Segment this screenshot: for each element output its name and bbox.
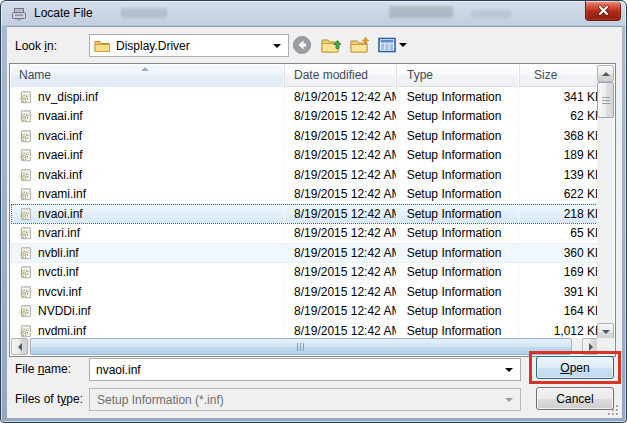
file-row[interactable]: NVDDi.inf 8/19/2015 12:42 AM Setup Infor… <box>11 302 610 322</box>
file-date: 8/19/2015 12:42 AM <box>285 108 397 126</box>
inf-file-icon <box>19 324 33 338</box>
file-type: Setup Information <box>397 127 520 145</box>
file-name-text: nvari.inf <box>38 226 80 240</box>
file-size: 1,012 KB <box>519 322 609 340</box>
back-icon <box>292 35 312 55</box>
window-title: Locate File <box>34 6 93 20</box>
file-name-text: nvcvi.inf <box>38 285 81 299</box>
file-name-text: nvaai.inf <box>38 109 83 123</box>
file-row[interactable]: nvaai.inf 8/19/2015 12:42 AM Setup Infor… <box>11 107 610 127</box>
file-type: Setup Information <box>397 244 520 262</box>
column-header-type[interactable]: Type <box>397 65 520 87</box>
file-date: 8/19/2015 12:42 AM <box>285 322 397 340</box>
scroll-up-button[interactable] <box>597 65 614 82</box>
up-folder-icon <box>321 36 341 54</box>
file-date: 8/19/2015 12:42 AM <box>285 127 397 145</box>
files-of-type-dropdown: Setup Information (*.inf) <box>89 388 521 411</box>
file-row[interactable]: nvaei.inf 8/19/2015 12:42 AM Setup Infor… <box>11 146 610 166</box>
chevron-down-icon <box>505 398 513 402</box>
scroll-left-button[interactable] <box>11 338 28 355</box>
file-type: Setup Information <box>397 186 520 204</box>
list-header: Name Date modified Type Size <box>11 65 610 87</box>
file-type: Setup Information <box>397 205 520 223</box>
file-size: 622 KB <box>519 186 609 204</box>
file-row[interactable]: nvcti.inf 8/19/2015 12:42 AM Setup Infor… <box>11 263 610 283</box>
thumb-grip-icon <box>297 343 305 351</box>
new-folder-button[interactable] <box>349 34 371 56</box>
dialog-window: Locate File Look in: Display.Dri <box>0 0 627 423</box>
file-date: 8/19/2015 12:42 AM <box>285 186 397 204</box>
sort-ascending-icon <box>141 67 149 71</box>
close-icon <box>596 4 611 18</box>
horizontal-scroll-thumb[interactable] <box>30 338 572 355</box>
inf-file-icon <box>19 148 33 162</box>
look-in-dropdown[interactable]: Display.Driver <box>89 34 289 57</box>
up-one-level-button[interactable] <box>320 34 342 56</box>
file-size: 391 KB <box>519 283 609 301</box>
file-row[interactable]: nvcvi.inf 8/19/2015 12:42 AM Setup Infor… <box>11 282 610 302</box>
arrow-right-icon <box>589 343 593 351</box>
file-row[interactable]: nvaoi.inf 8/19/2015 12:42 AM Setup Infor… <box>11 204 610 224</box>
inf-file-icon <box>19 90 33 104</box>
horizontal-scrollbar[interactable] <box>11 338 599 355</box>
file-size: 164 KB <box>519 303 609 321</box>
look-in-value: Display.Driver <box>116 39 273 53</box>
back-button[interactable] <box>291 34 313 56</box>
new-folder-icon <box>350 36 370 54</box>
inf-file-icon <box>19 187 33 201</box>
dialog-icon <box>11 6 27 22</box>
file-name-text: nvbli.inf <box>38 246 79 260</box>
file-size: 189 KB <box>519 147 609 165</box>
file-name-text: nvaci.inf <box>38 129 82 143</box>
annotation-open-highlight <box>529 351 621 384</box>
title-bar[interactable]: Locate File <box>1 1 626 26</box>
file-type: Setup Information <box>397 166 520 184</box>
file-name-text: NVDDi.inf <box>38 304 91 318</box>
chevron-down-icon <box>399 43 407 47</box>
glass-reflection <box>389 6 453 18</box>
resize-grip[interactable] <box>606 403 618 415</box>
file-name-combobox[interactable] <box>89 358 521 381</box>
file-type: Setup Information <box>397 283 520 301</box>
file-type: Setup Information <box>397 88 520 106</box>
chevron-down-icon <box>273 44 281 48</box>
file-size: 341 KB <box>519 88 609 106</box>
file-row[interactable]: nvbli.inf 8/19/2015 12:42 AM Setup Infor… <box>11 243 610 263</box>
thumb-grip-icon <box>602 97 610 104</box>
file-size: 360 KB <box>519 244 609 262</box>
file-type: Setup Information <box>397 322 520 340</box>
file-date: 8/19/2015 12:42 AM <box>285 283 397 301</box>
cancel-button[interactable]: Cancel <box>536 387 614 410</box>
file-row[interactable]: nvaki.inf 8/19/2015 12:42 AM Setup Infor… <box>11 165 610 185</box>
file-date: 8/19/2015 12:42 AM <box>285 205 397 223</box>
file-name-text: nvaoi.inf <box>38 207 83 221</box>
vertical-scrollbar[interactable] <box>597 65 614 340</box>
file-name-text: nvdmi.inf <box>38 324 86 338</box>
file-name-input[interactable] <box>90 362 505 378</box>
file-row[interactable]: nvari.inf 8/19/2015 12:42 AM Setup Infor… <box>11 224 610 244</box>
glass-reflection <box>121 8 167 18</box>
inf-file-icon <box>19 168 33 182</box>
vertical-scroll-thumb[interactable] <box>597 82 614 118</box>
column-header-date-modified[interactable]: Date modified <box>285 65 397 87</box>
file-row[interactable]: nvami.inf 8/19/2015 12:42 AM Setup Infor… <box>11 185 610 205</box>
view-menu-button[interactable] <box>378 37 407 53</box>
file-size: 62 KB <box>519 108 609 126</box>
column-header-name[interactable]: Name <box>11 65 285 87</box>
file-date: 8/19/2015 12:42 AM <box>285 166 397 184</box>
file-type: Setup Information <box>397 225 520 243</box>
file-row[interactable]: nv_dispi.inf 8/19/2015 12:42 AM Setup In… <box>11 87 610 107</box>
inf-file-icon <box>19 109 33 123</box>
file-size: 368 KB <box>519 127 609 145</box>
chevron-down-icon <box>505 368 513 372</box>
inf-file-icon <box>19 285 33 299</box>
screenshot-root: Locate File Look in: Display.Dri <box>0 0 627 423</box>
file-date: 8/19/2015 12:42 AM <box>285 303 397 321</box>
file-name-text: nvaki.inf <box>38 168 82 182</box>
close-button[interactable] <box>585 1 621 21</box>
inf-file-icon <box>19 207 33 221</box>
file-row[interactable]: nvaci.inf 8/19/2015 12:42 AM Setup Infor… <box>11 126 610 146</box>
inf-file-icon <box>19 265 33 279</box>
file-list-body: nv_dispi.inf 8/19/2015 12:42 AM Setup In… <box>11 87 610 340</box>
inf-file-icon <box>19 129 33 143</box>
